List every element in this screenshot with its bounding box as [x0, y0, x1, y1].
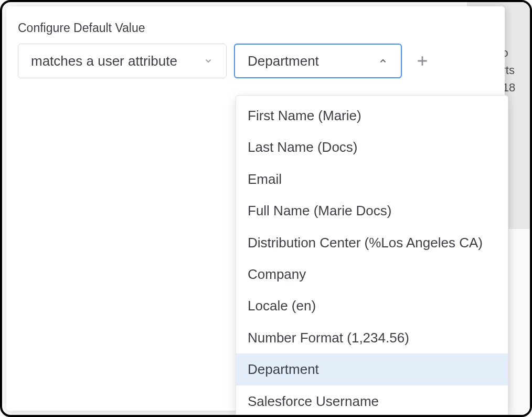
dropdown-option[interactable]: Number Format (1,234.56)	[236, 322, 508, 353]
dropdown-option[interactable]: Locale (en)	[236, 290, 508, 321]
match-type-value: matches a user attribute	[31, 53, 177, 69]
chevron-up-icon	[376, 54, 390, 68]
dropdown-option[interactable]: Distribution Center (%Los Angeles CA)	[236, 227, 508, 258]
configure-default-value-modal: Configure Default Value matches a user a…	[6, 6, 505, 411]
user-attribute-select[interactable]: Department	[234, 44, 402, 78]
user-attribute-dropdown: First Name (Marie)Last Name (Docs)EmailF…	[236, 95, 508, 417]
match-type-select[interactable]: matches a user attribute	[18, 44, 227, 78]
dropdown-option[interactable]: Salesforce Username	[236, 385, 508, 417]
dropdown-option[interactable]: First Name (Marie)	[236, 100, 508, 131]
window-frame: on Ho atshirts s 20.18 ees 81 s 1 Config…	[0, 0, 532, 417]
dropdown-option[interactable]: Company	[236, 258, 508, 290]
dropdown-option[interactable]: Department	[236, 353, 508, 385]
dropdown-option[interactable]: Last Name (Docs)	[236, 131, 508, 163]
dropdown-option[interactable]: Email	[236, 163, 508, 195]
dropdown-option[interactable]: Full Name (Marie Docs)	[236, 195, 508, 226]
chevron-down-icon	[201, 54, 216, 68]
controls-row: matches a user attribute Department	[18, 44, 493, 78]
modal-heading: Configure Default Value	[18, 21, 493, 35]
user-attribute-value: Department	[248, 53, 319, 69]
add-button[interactable]	[412, 51, 432, 71]
